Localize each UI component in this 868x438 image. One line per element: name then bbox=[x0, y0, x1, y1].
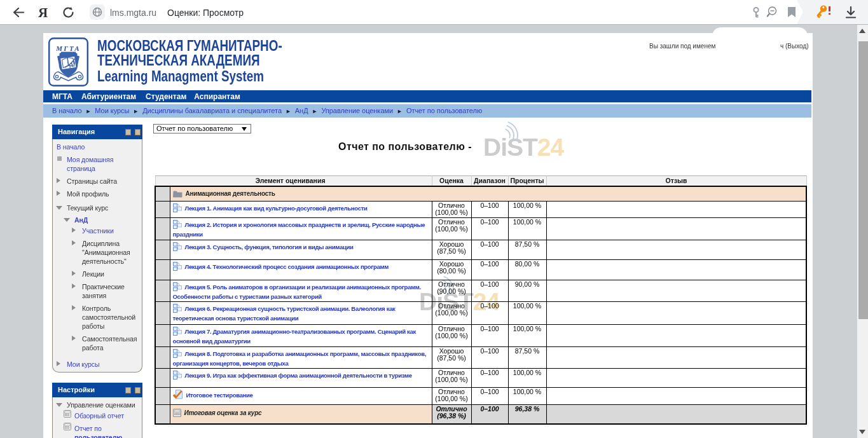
svg-text:МГТА: МГТА bbox=[55, 44, 81, 52]
